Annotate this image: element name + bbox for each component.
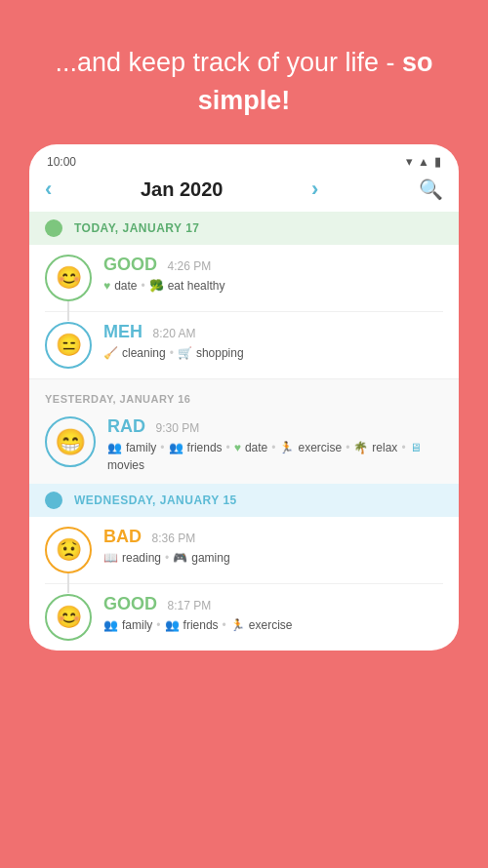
timeline-line-bad <box>67 573 69 593</box>
tag-sep-3: • <box>271 441 275 454</box>
tag-shopping: shopping <box>196 346 244 360</box>
rad-content: RAD 9:30 PM 👥 family • 👥 friends • ♥ dat… <box>107 416 443 472</box>
mood-icon-good: 😊 <box>45 255 92 301</box>
entry-time-bad: 8:36 PM <box>151 532 195 545</box>
tag-icon-heart: ♥ <box>103 279 110 293</box>
mood-icon-rad: 😁 <box>45 416 96 467</box>
entry-good-wed: 😊 GOOD 8:17 PM 👥 family • 👥 friends <box>45 584 443 651</box>
today-label: TODAY, JANUARY 17 <box>74 221 200 235</box>
entry-content-bad: BAD 8:36 PM 📖 reading • 🎮 gaming <box>103 527 443 565</box>
entry-time-rad: 9:30 PM <box>155 421 199 435</box>
wednesday-header: WEDNESDAY, JANUARY 15 <box>29 484 459 517</box>
entry-meh: 😑 MEH 8:20 AM 🧹 cleaning • 🛒 shopping <box>45 312 443 378</box>
entry-time-good: 4:26 PM <box>167 259 211 273</box>
tag-sep-4: • <box>346 441 349 454</box>
tag-date-rad: date <box>245 441 267 454</box>
entry-tags-rad: 👥 family • 👥 friends • ♥ date • 🏃 exerci… <box>107 441 443 472</box>
entry-content-good: GOOD 4:26 PM ♥ date • 🥦 eat healthy <box>103 255 443 293</box>
tag-sep-gw-2: • <box>223 618 226 632</box>
mood-label-good-wed: GOOD <box>103 594 157 613</box>
tag-family: family <box>126 441 156 454</box>
tag-icon-relax: 🌴 <box>353 441 368 454</box>
entry-content-meh: MEH 8:20 AM 🧹 cleaning • 🛒 shopping <box>103 322 443 360</box>
tag-gaming: gaming <box>191 551 229 565</box>
tag-sep-gw-1: • <box>156 618 160 632</box>
rad-mood-line: RAD 9:30 PM <box>107 416 443 437</box>
scroll-area[interactable]: TODAY, JANUARY 17 😊 GOOD 4:26 PM ♥ date <box>29 212 459 651</box>
tag-movies: movies <box>107 458 144 472</box>
hero-text: ...and keep track of your life - so simp… <box>29 44 459 120</box>
status-time: 10:00 <box>47 155 76 169</box>
entry-tags-good-wed: 👥 family • 👥 friends • 🏃 exercise <box>103 618 443 632</box>
entries-wednesday: 😟 BAD 8:36 PM 📖 reading • 🎮 gaming <box>29 517 459 651</box>
tag-icon-gaming: 🎮 <box>173 551 187 565</box>
tag-icon-shopping: 🛒 <box>178 346 192 360</box>
entry-mood-line-meh: MEH 8:20 AM <box>103 322 443 342</box>
signal-icon: ▲ <box>418 155 429 169</box>
search-icon[interactable]: 🔍 <box>419 178 443 201</box>
timeline-line-good <box>67 301 69 321</box>
today-dot <box>45 219 62 237</box>
tag-exercise-wed: exercise <box>249 618 293 632</box>
entry-mood-line-bad: BAD 8:36 PM <box>103 527 443 547</box>
mood-icon-meh: 😑 <box>45 322 92 369</box>
entry-tags-bad: 📖 reading • 🎮 gaming <box>103 551 443 565</box>
tag-friends: friends <box>187 441 223 454</box>
battery-icon: ▮ <box>434 154 441 169</box>
tag-icon-movies: 🖥 <box>410 441 422 454</box>
rad-section: 😁 RAD 9:30 PM 👥 family • 👥 friends • ♥ <box>29 411 459 484</box>
entry-good: 😊 GOOD 4:26 PM ♥ date • 🥦 eat healthy <box>45 245 443 312</box>
phone-card: 10:00 ▾ ▲ ▮ ‹ Jan 2020 › 🔍 TODAY, JANUAR… <box>29 144 459 651</box>
tag-exercise: exercise <box>298 441 342 454</box>
wifi-icon: ▾ <box>406 154 413 169</box>
entries-today: 😊 GOOD 4:26 PM ♥ date • 🥦 eat healthy <box>29 245 459 378</box>
tag-icon-family-wed: 👥 <box>103 618 118 632</box>
tag-icon-cleaning: 🧹 <box>103 346 118 360</box>
mood-label-meh: MEH <box>103 322 142 341</box>
tag-icon-date: ♥ <box>234 441 241 454</box>
tag-eat-healthy: eat healthy <box>168 279 225 293</box>
entry-tags-meh: 🧹 cleaning • 🛒 shopping <box>103 346 443 360</box>
tag-icon-friends: 👥 <box>169 441 183 454</box>
tag-cleaning: cleaning <box>122 346 166 360</box>
tag-relax: relax <box>372 441 397 454</box>
day-section-today: TODAY, JANUARY 17 😊 GOOD 4:26 PM ♥ date <box>29 212 459 378</box>
entry-mood-line: GOOD 4:26 PM <box>103 255 443 275</box>
entry-bad: 😟 BAD 8:36 PM 📖 reading • 🎮 gaming <box>45 517 443 584</box>
tag-sep-5: • <box>401 441 405 454</box>
tag-icon-family: 👥 <box>107 441 122 454</box>
entry-tags-good: ♥ date • 🥦 eat healthy <box>103 279 443 293</box>
entry-time-meh: 8:20 AM <box>152 327 195 340</box>
today-header: TODAY, JANUARY 17 <box>29 212 459 245</box>
entry-mood-line-good-wed: GOOD 8:17 PM <box>103 594 443 614</box>
tag-icon-exercise-wed: 🏃 <box>230 618 245 632</box>
tag-reading: reading <box>122 551 161 565</box>
day-section-yesterday: YESTERDAY, JANUARY 16 😁 RAD 9:30 PM 👥 fa… <box>29 378 459 484</box>
status-icons: ▾ ▲ ▮ <box>406 154 441 169</box>
tag-sep-2: • <box>226 441 230 454</box>
tag-separator-2: • <box>170 346 174 360</box>
tag-separator-1: • <box>141 279 144 293</box>
entry-time-good-wed: 8:17 PM <box>167 599 211 612</box>
wednesday-dot <box>45 492 62 509</box>
tag-icon-reading: 📖 <box>103 551 118 565</box>
yesterday-label: YESTERDAY, JANUARY 16 <box>45 393 190 405</box>
entry-content-good-wed: GOOD 8:17 PM 👥 family • 👥 friends • 🏃 ex… <box>103 594 443 632</box>
tag-date: date <box>114 279 137 293</box>
wednesday-label: WEDNESDAY, JANUARY 15 <box>74 493 237 507</box>
tag-icon-friends-wed: 👥 <box>165 618 180 632</box>
day-section-wednesday: WEDNESDAY, JANUARY 15 😟 BAD 8:36 PM 📖 <box>29 484 459 651</box>
mood-label-rad: RAD <box>107 416 145 436</box>
tag-friends-wed: friends <box>183 618 219 632</box>
tag-sep-1: • <box>160 441 164 454</box>
prev-month-button[interactable]: ‹ <box>45 177 52 202</box>
tag-icon-healthy: 🥦 <box>149 279 164 293</box>
tag-family-wed: family <box>122 618 152 632</box>
mood-icon-bad: 😟 <box>45 527 92 573</box>
mood-label-good: GOOD <box>103 255 157 274</box>
tag-sep-bad-1: • <box>165 551 169 565</box>
status-bar: 10:00 ▾ ▲ ▮ <box>29 144 459 173</box>
hero-section: ...and keep track of your life - so simp… <box>0 0 488 144</box>
next-month-button[interactable]: › <box>311 177 318 202</box>
mood-icon-good-wed: 😊 <box>45 594 92 641</box>
